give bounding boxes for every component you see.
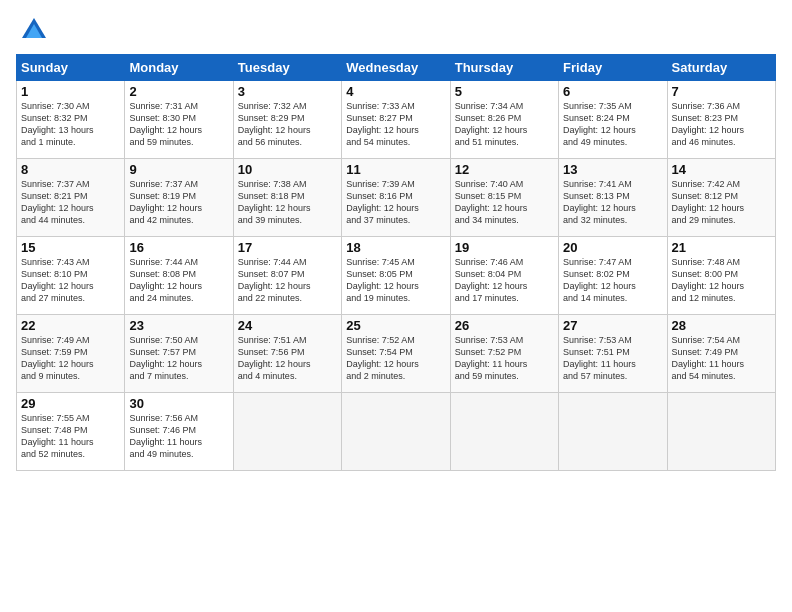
calendar-cell: 12Sunrise: 7:40 AMSunset: 8:15 PMDayligh…: [450, 159, 558, 237]
day-number: 6: [563, 84, 662, 99]
day-number: 1: [21, 84, 120, 99]
calendar-cell: 6Sunrise: 7:35 AMSunset: 8:24 PMDaylight…: [559, 81, 667, 159]
day-info: Sunrise: 7:52 AMSunset: 7:54 PMDaylight:…: [346, 334, 445, 383]
day-info: Sunrise: 7:50 AMSunset: 7:57 PMDaylight:…: [129, 334, 228, 383]
calendar-cell: [233, 393, 341, 471]
header: [16, 16, 776, 44]
calendar-cell: 4Sunrise: 7:33 AMSunset: 8:27 PMDaylight…: [342, 81, 450, 159]
day-number: 4: [346, 84, 445, 99]
calendar-cell: [559, 393, 667, 471]
day-number: 24: [238, 318, 337, 333]
calendar-cell: 27Sunrise: 7:53 AMSunset: 7:51 PMDayligh…: [559, 315, 667, 393]
calendar-cell: [342, 393, 450, 471]
day-number: 10: [238, 162, 337, 177]
day-info: Sunrise: 7:44 AMSunset: 8:07 PMDaylight:…: [238, 256, 337, 305]
day-number: 23: [129, 318, 228, 333]
calendar-cell: 19Sunrise: 7:46 AMSunset: 8:04 PMDayligh…: [450, 237, 558, 315]
day-number: 22: [21, 318, 120, 333]
day-number: 3: [238, 84, 337, 99]
day-number: 30: [129, 396, 228, 411]
day-info: Sunrise: 7:41 AMSunset: 8:13 PMDaylight:…: [563, 178, 662, 227]
day-info: Sunrise: 7:49 AMSunset: 7:59 PMDaylight:…: [21, 334, 120, 383]
weekday-header-tuesday: Tuesday: [233, 55, 341, 81]
day-info: Sunrise: 7:32 AMSunset: 8:29 PMDaylight:…: [238, 100, 337, 149]
day-number: 19: [455, 240, 554, 255]
calendar-cell: 26Sunrise: 7:53 AMSunset: 7:52 PMDayligh…: [450, 315, 558, 393]
day-info: Sunrise: 7:45 AMSunset: 8:05 PMDaylight:…: [346, 256, 445, 305]
calendar-week-5: 29Sunrise: 7:55 AMSunset: 7:48 PMDayligh…: [17, 393, 776, 471]
day-info: Sunrise: 7:35 AMSunset: 8:24 PMDaylight:…: [563, 100, 662, 149]
calendar-cell: 3Sunrise: 7:32 AMSunset: 8:29 PMDaylight…: [233, 81, 341, 159]
day-info: Sunrise: 7:46 AMSunset: 8:04 PMDaylight:…: [455, 256, 554, 305]
calendar-cell: 15Sunrise: 7:43 AMSunset: 8:10 PMDayligh…: [17, 237, 125, 315]
day-info: Sunrise: 7:37 AMSunset: 8:21 PMDaylight:…: [21, 178, 120, 227]
day-number: 15: [21, 240, 120, 255]
calendar-cell: 8Sunrise: 7:37 AMSunset: 8:21 PMDaylight…: [17, 159, 125, 237]
day-info: Sunrise: 7:54 AMSunset: 7:49 PMDaylight:…: [672, 334, 771, 383]
day-number: 25: [346, 318, 445, 333]
calendar-cell: 5Sunrise: 7:34 AMSunset: 8:26 PMDaylight…: [450, 81, 558, 159]
weekday-header-friday: Friday: [559, 55, 667, 81]
calendar-cell: 18Sunrise: 7:45 AMSunset: 8:05 PMDayligh…: [342, 237, 450, 315]
calendar-cell: 14Sunrise: 7:42 AMSunset: 8:12 PMDayligh…: [667, 159, 775, 237]
day-info: Sunrise: 7:34 AMSunset: 8:26 PMDaylight:…: [455, 100, 554, 149]
day-info: Sunrise: 7:48 AMSunset: 8:00 PMDaylight:…: [672, 256, 771, 305]
day-info: Sunrise: 7:53 AMSunset: 7:51 PMDaylight:…: [563, 334, 662, 383]
day-number: 11: [346, 162, 445, 177]
day-number: 18: [346, 240, 445, 255]
day-number: 29: [21, 396, 120, 411]
calendar-week-3: 15Sunrise: 7:43 AMSunset: 8:10 PMDayligh…: [17, 237, 776, 315]
calendar-table: SundayMondayTuesdayWednesdayThursdayFrid…: [16, 54, 776, 471]
day-info: Sunrise: 7:31 AMSunset: 8:30 PMDaylight:…: [129, 100, 228, 149]
day-info: Sunrise: 7:40 AMSunset: 8:15 PMDaylight:…: [455, 178, 554, 227]
weekday-header-monday: Monday: [125, 55, 233, 81]
day-number: 8: [21, 162, 120, 177]
calendar-cell: 23Sunrise: 7:50 AMSunset: 7:57 PMDayligh…: [125, 315, 233, 393]
calendar-cell: 10Sunrise: 7:38 AMSunset: 8:18 PMDayligh…: [233, 159, 341, 237]
day-info: Sunrise: 7:33 AMSunset: 8:27 PMDaylight:…: [346, 100, 445, 149]
day-info: Sunrise: 7:55 AMSunset: 7:48 PMDaylight:…: [21, 412, 120, 461]
calendar-header-row: SundayMondayTuesdayWednesdayThursdayFrid…: [17, 55, 776, 81]
calendar-cell: 24Sunrise: 7:51 AMSunset: 7:56 PMDayligh…: [233, 315, 341, 393]
weekday-header-wednesday: Wednesday: [342, 55, 450, 81]
day-info: Sunrise: 7:51 AMSunset: 7:56 PMDaylight:…: [238, 334, 337, 383]
day-number: 27: [563, 318, 662, 333]
day-number: 16: [129, 240, 228, 255]
day-info: Sunrise: 7:47 AMSunset: 8:02 PMDaylight:…: [563, 256, 662, 305]
day-info: Sunrise: 7:44 AMSunset: 8:08 PMDaylight:…: [129, 256, 228, 305]
day-number: 21: [672, 240, 771, 255]
day-number: 12: [455, 162, 554, 177]
day-info: Sunrise: 7:42 AMSunset: 8:12 PMDaylight:…: [672, 178, 771, 227]
day-number: 26: [455, 318, 554, 333]
calendar-week-1: 1Sunrise: 7:30 AMSunset: 8:32 PMDaylight…: [17, 81, 776, 159]
day-info: Sunrise: 7:30 AMSunset: 8:32 PMDaylight:…: [21, 100, 120, 149]
day-number: 7: [672, 84, 771, 99]
page-container: SundayMondayTuesdayWednesdayThursdayFrid…: [0, 0, 792, 479]
day-number: 28: [672, 318, 771, 333]
calendar-cell: 29Sunrise: 7:55 AMSunset: 7:48 PMDayligh…: [17, 393, 125, 471]
calendar-cell: 2Sunrise: 7:31 AMSunset: 8:30 PMDaylight…: [125, 81, 233, 159]
day-number: 5: [455, 84, 554, 99]
day-info: Sunrise: 7:56 AMSunset: 7:46 PMDaylight:…: [129, 412, 228, 461]
calendar-cell: 9Sunrise: 7:37 AMSunset: 8:19 PMDaylight…: [125, 159, 233, 237]
calendar-week-4: 22Sunrise: 7:49 AMSunset: 7:59 PMDayligh…: [17, 315, 776, 393]
calendar-cell: [450, 393, 558, 471]
logo: [16, 16, 48, 44]
calendar-cell: [667, 393, 775, 471]
logo-icon: [20, 16, 48, 44]
day-info: Sunrise: 7:36 AMSunset: 8:23 PMDaylight:…: [672, 100, 771, 149]
calendar-cell: 16Sunrise: 7:44 AMSunset: 8:08 PMDayligh…: [125, 237, 233, 315]
calendar-cell: 21Sunrise: 7:48 AMSunset: 8:00 PMDayligh…: [667, 237, 775, 315]
weekday-header-sunday: Sunday: [17, 55, 125, 81]
calendar-cell: 17Sunrise: 7:44 AMSunset: 8:07 PMDayligh…: [233, 237, 341, 315]
day-number: 17: [238, 240, 337, 255]
calendar-cell: 13Sunrise: 7:41 AMSunset: 8:13 PMDayligh…: [559, 159, 667, 237]
weekday-header-thursday: Thursday: [450, 55, 558, 81]
calendar-cell: 28Sunrise: 7:54 AMSunset: 7:49 PMDayligh…: [667, 315, 775, 393]
weekday-header-saturday: Saturday: [667, 55, 775, 81]
day-number: 13: [563, 162, 662, 177]
day-number: 9: [129, 162, 228, 177]
day-number: 14: [672, 162, 771, 177]
calendar-cell: 22Sunrise: 7:49 AMSunset: 7:59 PMDayligh…: [17, 315, 125, 393]
day-info: Sunrise: 7:38 AMSunset: 8:18 PMDaylight:…: [238, 178, 337, 227]
